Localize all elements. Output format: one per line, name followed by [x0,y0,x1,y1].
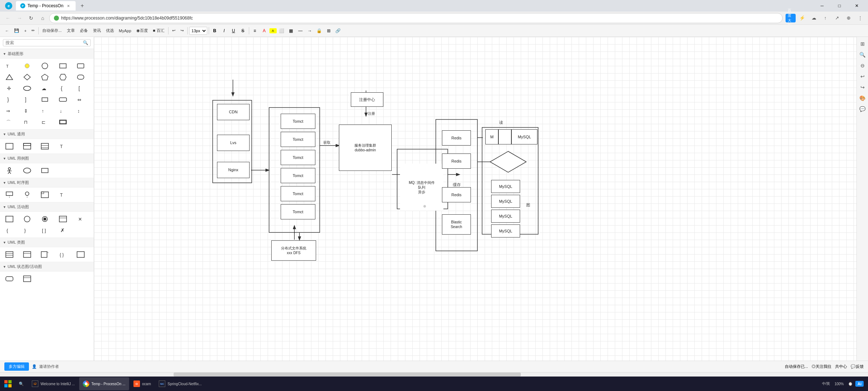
menu-myapp[interactable]: MyApp [117,26,133,35]
menu-auto-save[interactable]: 自动保存... [40,26,64,35]
state-box1[interactable] [3,274,16,284]
act-x1[interactable]: ✕ [74,214,87,224]
rect-rounded-shape[interactable] [56,94,69,105]
align-left-button[interactable]: ≡ [251,26,259,35]
uml-box1[interactable] [3,141,16,151]
class-box1[interactable] [3,249,16,260]
uml-usecase-header[interactable]: ▼ UML 用例图 [0,154,94,163]
maximize-button[interactable]: □ [831,0,848,12]
border-button[interactable]: ⬜ [277,26,286,35]
underline-button[interactable]: U [229,26,238,35]
arrow-right-shape[interactable]: ⇒ [3,106,16,116]
usecase-actor[interactable] [3,165,16,176]
tab-close-button[interactable]: ✕ [65,3,71,9]
diagram-canvas[interactable]: 读 图 获取 注册 CDN Lvs Nginx Tomc [94,37,856,361]
rp-comment[interactable]: 💬 [858,104,867,114]
ext-btn-3[interactable]: ☁ [809,13,819,23]
dubbo-node[interactable]: 服务治理集群 dubbo-admin [339,125,392,171]
mysql3-node[interactable]: MySQL [491,210,520,223]
menu-baidu[interactable]: ◉百度 [134,26,150,35]
bracket-right-shape[interactable]: } [3,94,16,105]
start-button[interactable] [1,377,14,390]
rounded-rect2-shape[interactable] [74,72,87,82]
act-cross[interactable]: ✗ [56,225,69,235]
mysql2-node[interactable]: MySQL [491,195,520,208]
class-box2[interactable] [21,249,34,260]
multi-edit-button[interactable]: 多方编辑 [4,362,29,371]
tomct3-node[interactable]: Tomct [281,150,315,165]
rp-format[interactable]: 🎨 [858,93,867,103]
class-box3[interactable] [74,249,87,260]
mysql-main-node[interactable]: MySQL [511,129,537,144]
uml-activity-header[interactable]: ▼ UML 活动图 [0,202,94,212]
strikethrough-button[interactable]: S [239,26,247,35]
act-x3[interactable]: } [21,225,34,235]
taskbar-search[interactable]: 🔍 [15,377,27,390]
uml-text[interactable]: T [56,141,69,151]
usecase-rect[interactable] [38,165,51,176]
toolbar-save[interactable]: 💾 [12,26,21,35]
rp-undo[interactable]: ↩ [858,72,867,81]
arrow-double-shape[interactable]: ⇔ [74,94,87,105]
search-input[interactable] [5,40,83,45]
rp-redo[interactable]: ↪ [858,83,867,92]
tomct4-node[interactable]: Tomct [281,168,315,183]
register-node[interactable]: 注册中心 [351,92,383,107]
font-size-select[interactable]: 13px 12px 14px [189,27,207,35]
ext-btn-1[interactable]: 百度大剑 [786,14,796,22]
text-shape[interactable]: T [3,61,16,71]
cdn-node[interactable]: CDN [217,104,250,120]
toolbar-back[interactable]: ← [3,26,11,35]
scrollbar-thumb[interactable] [174,373,521,377]
uml-state-header[interactable]: ▼ UML 状态图/活动图 [0,262,94,272]
settings-btn[interactable]: ⋮ [855,13,865,23]
act-circle[interactable] [21,214,34,224]
act-x4[interactable]: [ ] [38,225,51,235]
circle-small-shape[interactable] [21,61,34,71]
rectangle-shape[interactable] [56,61,69,71]
elastic-node[interactable]: Blastic Search [442,214,471,235]
bracket-left-shape[interactable]: { [56,83,69,93]
ext-btn-2[interactable]: ⚡ [797,13,807,23]
home-button[interactable]: ⌂ [38,13,48,23]
circle-shape[interactable] [38,61,51,71]
italic-button[interactable]: I [220,26,229,35]
uml-general-header[interactable]: ▼ UML 通用 [0,129,94,139]
redis3-node[interactable]: Redis [442,187,471,202]
browser-tab[interactable]: P Temp - ProcessOn ✕ [16,1,76,10]
uml-box2[interactable] [21,141,34,151]
ai-label[interactable]: Ai [855,381,864,387]
mysql1-node[interactable]: MySQL [491,180,520,193]
pentagon-shape[interactable] [38,72,51,82]
font-color-button[interactable]: A [260,26,269,35]
basic-shapes-header[interactable]: ▼ 基础图形 [0,49,94,59]
bracket-double-shape[interactable]: ⊏ [38,117,51,127]
usecase-oval[interactable] [21,165,34,176]
uml-class-header[interactable]: ▼ UML 类图 [0,237,94,247]
ext-btn-5[interactable]: ↗ [832,13,842,23]
redis2-node[interactable]: Redis [442,154,471,169]
arrow-lr-shape[interactable]: ↕ [74,106,87,116]
rounded-rect-shape[interactable] [74,61,87,71]
arrow-up-shape[interactable]: ↑ [38,106,51,116]
rp-zoom-in[interactable]: 🔍 [858,50,867,59]
link-button[interactable]: 🔗 [334,26,342,35]
seq-fragment[interactable] [38,190,51,200]
act-box2[interactable] [56,214,69,224]
menu-zixun[interactable]: 资讯 [91,26,103,35]
diamond-shape[interactable] [21,72,34,82]
seq-box2[interactable] [21,190,34,200]
toolbar-redo[interactable]: ↪ [178,26,186,35]
menu-youxi[interactable]: 优选 [104,26,116,35]
group-button[interactable]: ⊞ [324,26,333,35]
rect-small-shape[interactable] [38,94,51,105]
taskbar-intellij[interactable]: IJ Welcome to IntelliJ ... [28,377,78,390]
arrow-style-button[interactable]: → [306,26,314,35]
state-box2[interactable] [21,274,34,284]
lock-button[interactable]: 🔒 [315,26,324,35]
tomct2-node[interactable]: Tomct [281,132,315,147]
uml-sequence-header[interactable]: ▼ UML 时序图 [0,178,94,188]
toolbar-edit[interactable]: ✏ [29,26,37,35]
gate-shape[interactable]: ⊓ [21,117,34,127]
taskbar-ocam[interactable]: O ocam [130,377,154,390]
